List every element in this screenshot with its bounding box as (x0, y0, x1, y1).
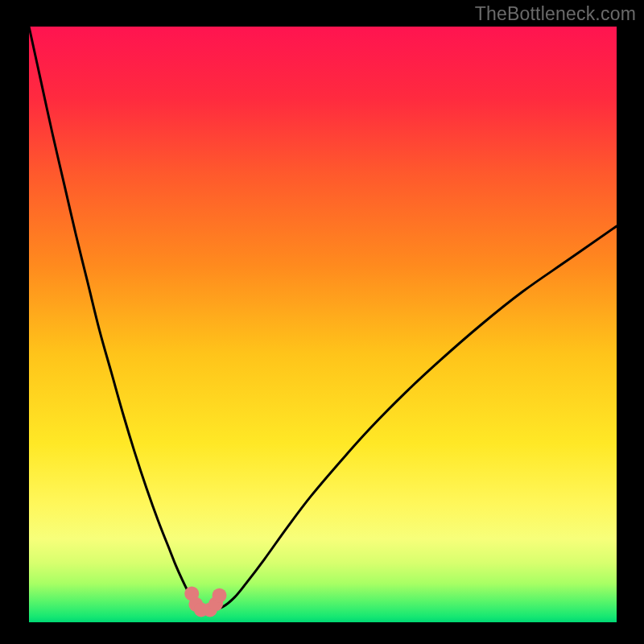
chart-svg (0, 0, 644, 644)
chart-frame: TheBottleneck.com (0, 0, 644, 644)
frame-border (0, 0, 29, 644)
frame-border (0, 622, 644, 644)
curve-marker (213, 588, 227, 603)
plot-background (29, 27, 617, 622)
frame-border (617, 0, 644, 644)
watermark-text: TheBottleneck.com (475, 3, 636, 25)
